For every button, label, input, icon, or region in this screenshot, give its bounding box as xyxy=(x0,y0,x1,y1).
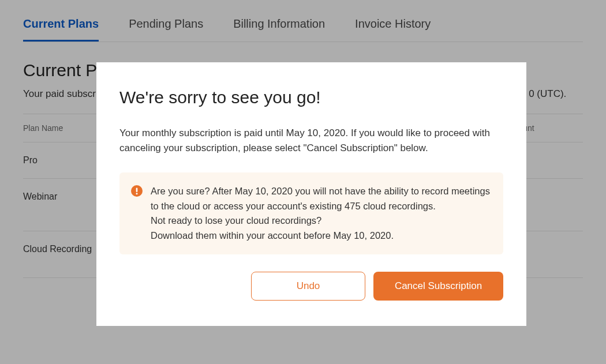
warning-icon xyxy=(131,185,143,197)
modal-title: We're sorry to see you go! xyxy=(119,88,503,107)
warning-line-3: Download them within your account before… xyxy=(151,230,394,241)
svg-point-2 xyxy=(136,193,138,194)
undo-button[interactable]: Undo xyxy=(251,272,365,301)
warning-text: Are you sure? After May 10, 2020 you wil… xyxy=(151,184,491,243)
warning-line-1: Are you sure? After May 10, 2020 you wil… xyxy=(151,186,490,211)
modal-description: Your monthly subscription is paid until … xyxy=(119,126,503,155)
modal-actions: Undo Cancel Subscription xyxy=(119,272,503,301)
warning-alert: Are you sure? After May 10, 2020 you wil… xyxy=(119,172,503,254)
cancel-subscription-button[interactable]: Cancel Subscription xyxy=(373,272,503,301)
svg-rect-1 xyxy=(136,188,138,193)
warning-line-2: Not ready to lose your cloud recordings? xyxy=(151,215,321,226)
cancel-subscription-modal: We're sorry to see you go! Your monthly … xyxy=(96,62,526,326)
